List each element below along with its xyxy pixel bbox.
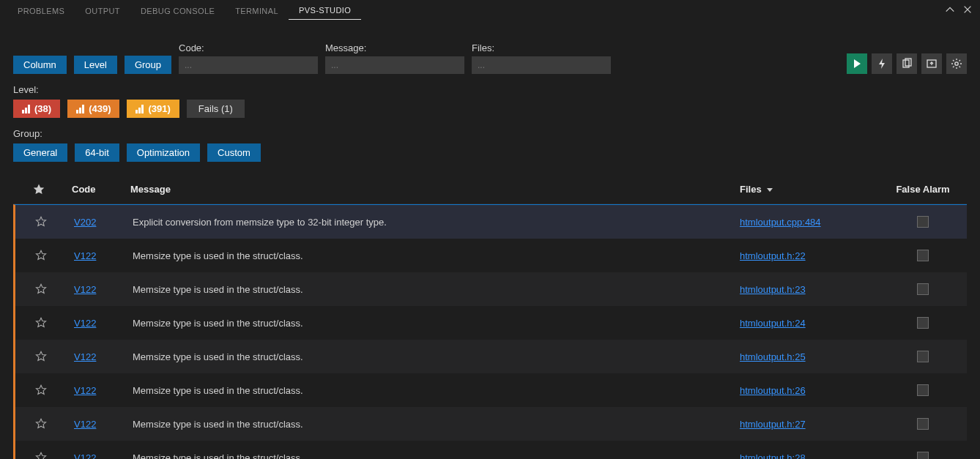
- level-medium-count: (439): [89, 103, 111, 114]
- file-link[interactable]: htmloutput.h:25: [740, 351, 806, 362]
- group-64bit-button[interactable]: 64-bit: [75, 143, 119, 162]
- filter-message-label: Message:: [325, 42, 464, 53]
- code-cell: V202: [67, 217, 125, 228]
- file-link[interactable]: htmloutput.h:28: [740, 452, 806, 460]
- level-section-label: Level:: [13, 84, 967, 95]
- false-alarm-checkbox[interactable]: [917, 384, 929, 396]
- code-link[interactable]: V122: [74, 250, 96, 261]
- false-alarm-cell: [879, 351, 967, 362]
- false-alarm-checkbox[interactable]: [917, 351, 929, 362]
- panel-collapse-icon[interactable]: [945, 4, 955, 17]
- tab-debug-console[interactable]: DEBUG CONSOLE: [130, 2, 225, 20]
- code-link[interactable]: V122: [74, 419, 96, 430]
- filter-files-label: Files:: [472, 42, 611, 53]
- table-row[interactable]: V122 Memsize type is used in the struct/…: [15, 340, 967, 373]
- code-link[interactable]: V122: [74, 385, 96, 396]
- false-alarm-checkbox[interactable]: [917, 250, 929, 261]
- copy-icon-button[interactable]: [897, 53, 917, 74]
- code-cell: V122: [67, 284, 125, 295]
- level-low-count: (391): [148, 103, 170, 114]
- level-high-count: (38): [34, 103, 51, 114]
- table-row[interactable]: V122 Memsize type is used in the struct/…: [15, 272, 967, 306]
- lightning-icon-button[interactable]: [872, 53, 892, 74]
- group-button[interactable]: Group: [125, 56, 171, 74]
- tab-output[interactable]: OUTPUT: [75, 2, 130, 20]
- tab-terminal[interactable]: TERMINAL: [225, 2, 289, 20]
- file-cell: htmloutput.h:25: [732, 351, 879, 362]
- code-link[interactable]: V202: [74, 217, 96, 228]
- filter-message: Message:: [325, 42, 464, 74]
- panel-close-icon[interactable]: [962, 4, 973, 17]
- star-cell: [15, 215, 67, 228]
- level-high-chip[interactable]: (38): [13, 100, 60, 118]
- table-row[interactable]: V122 Memsize type is used in the struct/…: [15, 239, 967, 272]
- filter-files: Files:: [472, 42, 611, 74]
- star-cell: [15, 283, 67, 296]
- tab-pvs-studio[interactable]: PVS-STUDIO: [289, 1, 361, 20]
- code-link[interactable]: V122: [74, 351, 96, 362]
- star-icon: [32, 183, 45, 196]
- star-outline-icon[interactable]: [34, 249, 48, 262]
- file-link[interactable]: htmloutput.h:24: [740, 318, 806, 329]
- filter-message-input[interactable]: [325, 56, 464, 74]
- code-link[interactable]: V122: [74, 284, 96, 295]
- file-cell: htmloutput.h:27: [732, 419, 879, 430]
- message-cell: Memsize type is used in the struct/class…: [125, 250, 732, 261]
- star-outline-icon[interactable]: [34, 350, 48, 363]
- table-row[interactable]: V122 Memsize type is used in the struct/…: [15, 407, 967, 441]
- file-link[interactable]: htmloutput.h:22: [740, 250, 806, 261]
- file-link[interactable]: htmloutput.h:23: [740, 284, 806, 295]
- table-row[interactable]: V122 Memsize type is used in the struct/…: [15, 441, 967, 459]
- group-custom-button[interactable]: Custom: [207, 143, 261, 162]
- false-alarm-checkbox[interactable]: [917, 283, 929, 295]
- code-cell: V122: [67, 452, 125, 460]
- table-row[interactable]: V202 Explicit conversion from memsize ty…: [15, 205, 967, 239]
- filter-code: Code:: [179, 42, 318, 74]
- filter-code-input[interactable]: [179, 56, 318, 74]
- code-cell: V122: [67, 419, 125, 430]
- column-button[interactable]: Column: [13, 56, 67, 74]
- message-cell: Memsize type is used in the struct/class…: [125, 284, 732, 295]
- level-button[interactable]: Level: [74, 56, 117, 74]
- run-analysis-button[interactable]: [847, 53, 867, 74]
- column-star[interactable]: [13, 183, 64, 196]
- filter-files-input[interactable]: [472, 56, 611, 74]
- file-link[interactable]: htmloutput.cpp:484: [740, 217, 821, 228]
- results-rows[interactable]: V202 Explicit conversion from memsize ty…: [13, 204, 967, 459]
- star-outline-icon[interactable]: [34, 316, 48, 329]
- settings-icon-button[interactable]: [946, 53, 967, 74]
- table-row[interactable]: V122 Memsize type is used in the struct/…: [15, 306, 967, 340]
- column-message[interactable]: Message: [123, 184, 732, 195]
- table-row[interactable]: V122 Memsize type is used in the struct/…: [15, 373, 967, 407]
- message-cell: Memsize type is used in the struct/class…: [125, 351, 732, 362]
- false-alarm-cell: [879, 384, 967, 396]
- star-outline-icon[interactable]: [34, 215, 48, 228]
- star-outline-icon[interactable]: [34, 384, 48, 397]
- star-outline-icon[interactable]: [34, 451, 48, 459]
- file-cell: htmloutput.h:23: [732, 284, 879, 295]
- file-link[interactable]: htmloutput.h:27: [740, 419, 806, 430]
- code-link[interactable]: V122: [74, 452, 96, 460]
- star-outline-icon[interactable]: [34, 417, 48, 430]
- fails-chip[interactable]: Fails (1): [187, 100, 245, 118]
- open-folder-icon-button[interactable]: [921, 53, 942, 74]
- file-link[interactable]: htmloutput.h:26: [740, 385, 806, 396]
- group-general-button[interactable]: General: [13, 143, 67, 162]
- false-alarm-checkbox[interactable]: [917, 452, 929, 459]
- column-code[interactable]: Code: [64, 184, 123, 195]
- group-optimization-button[interactable]: Optimization: [127, 143, 200, 162]
- column-files[interactable]: Files: [732, 184, 879, 195]
- bars-icon: [22, 105, 30, 113]
- code-link[interactable]: V122: [74, 318, 96, 329]
- false-alarm-checkbox[interactable]: [917, 418, 929, 430]
- star-outline-icon[interactable]: [34, 283, 48, 296]
- tab-problems[interactable]: PROBLEMS: [7, 2, 75, 20]
- message-cell: Memsize type is used in the struct/class…: [125, 318, 732, 329]
- false-alarm-checkbox[interactable]: [917, 317, 929, 329]
- level-medium-chip[interactable]: (439): [67, 100, 119, 118]
- column-false-alarm[interactable]: False Alarm: [879, 184, 967, 195]
- level-low-chip[interactable]: (391): [127, 100, 179, 118]
- toolbar-right: [847, 53, 967, 74]
- false-alarm-checkbox[interactable]: [917, 216, 929, 228]
- file-cell: htmloutput.h:28: [732, 452, 879, 460]
